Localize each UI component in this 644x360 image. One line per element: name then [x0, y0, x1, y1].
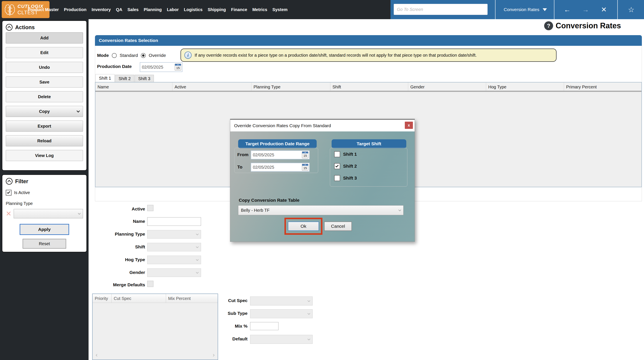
column-header-planning-type[interactable]: Planning Type [251, 82, 330, 91]
chevron-down-icon [308, 299, 310, 302]
undo-button[interactable]: Undo [6, 62, 83, 73]
collapse-chevron-icon[interactable] [5, 23, 13, 31]
column-header-shift[interactable]: Shift [330, 82, 408, 91]
tab-shift-2[interactable]: Shift 2 [115, 75, 134, 82]
goto-screen-input[interactable] [394, 4, 488, 15]
forward-icon[interactable]: → [580, 0, 592, 19]
column-header-gender[interactable]: Gender [408, 82, 486, 91]
date-range-group-header: Target Production Date Range [238, 139, 317, 148]
reset-filter-button[interactable]: Reset [22, 239, 66, 249]
menu-item-shipping[interactable]: Shipping [208, 7, 226, 12]
menu-item-qa[interactable]: QA [116, 7, 122, 12]
help-icon[interactable]: ? [544, 21, 553, 30]
menu-item-planning[interactable]: Planning [144, 7, 162, 12]
mode-label: Mode [97, 53, 109, 58]
dialog-close-button[interactable]: x [405, 122, 413, 129]
shift-2-option[interactable]: Shift 2 [334, 163, 357, 169]
collapse-chevron-icon[interactable] [5, 178, 13, 185]
export-button[interactable]: Export [6, 121, 83, 132]
grid-prev-icon[interactable]: ‹ [96, 352, 98, 358]
name-input[interactable] [147, 217, 201, 226]
topbar-separator [554, 0, 554, 19]
to-date-field[interactable]: 02/05/2025 15 [251, 163, 310, 172]
copy-table-select[interactable]: Belly - Herb TF [238, 205, 404, 215]
actions-panel-title: Actions [15, 24, 35, 30]
shift-1-option[interactable]: Shift 1 [334, 151, 357, 157]
filter-panel: Filter Is Active Planning Type ✕ Apply R… [2, 174, 87, 252]
mix-column-priority[interactable]: Priority [92, 294, 112, 303]
shift-2-label: Shift 2 [343, 164, 357, 169]
screen-selector-value: Conversion Rates [504, 7, 540, 12]
shift-3-option[interactable]: Shift 3 [334, 175, 357, 181]
copy-button[interactable]: Copy [6, 106, 83, 117]
mix-column-cut-spec[interactable]: Cut Spec [112, 294, 166, 303]
column-header-name[interactable]: Name [96, 82, 172, 91]
topbar-right: Conversion Rates ← → ✕ ☆ [390, 0, 644, 19]
page-title: Conversion Rates [556, 21, 621, 30]
is-active-checkbox[interactable] [6, 190, 12, 195]
gender-label: Gender [81, 270, 145, 275]
cut-spec-select [250, 297, 312, 306]
to-label: To [237, 165, 242, 170]
delete-button[interactable]: Delete [6, 91, 83, 102]
clear-filter-icon[interactable]: ✕ [6, 210, 12, 217]
is-active-filter[interactable]: Is Active [6, 190, 83, 195]
mode-standard-radio[interactable] [112, 53, 117, 58]
grid-next-icon[interactable]: › [213, 352, 215, 358]
favorite-star-icon[interactable]: ☆ [625, 0, 637, 19]
shift-3-label: Shift 3 [343, 176, 357, 181]
calendar-icon[interactable]: 15 [175, 64, 181, 70]
shift-1-checkbox[interactable] [334, 151, 340, 157]
override-copy-dialog: Override Conversion Rates Copy From Stan… [230, 119, 415, 242]
edit-button[interactable]: Edit [6, 47, 83, 58]
to-date-value: 02/05/2025 [253, 165, 274, 170]
production-date-value: 02/05/2025 [142, 65, 163, 70]
screen-selector-dropdown[interactable]: Conversion Rates [497, 0, 554, 19]
production-date-label: Production Date [97, 64, 132, 69]
back-icon[interactable]: ← [561, 0, 573, 19]
column-header-hog-type[interactable]: Hog Type [486, 82, 564, 91]
shift-select [147, 243, 201, 251]
column-header-active[interactable]: Active [172, 82, 251, 91]
menu-item-metrics[interactable]: Metrics [252, 7, 267, 12]
from-date-field[interactable]: 02/05/2025 15 [251, 150, 310, 159]
chevron-down-icon [196, 258, 199, 261]
cancel-button[interactable]: Cancel [324, 221, 352, 231]
planning-type-label: Planning Type [81, 231, 145, 237]
ok-button[interactable]: Ok [288, 221, 319, 231]
shift-3-checkbox[interactable] [334, 175, 340, 181]
dialog-title-bar[interactable]: Override Conversion Rates Copy From Stan… [230, 120, 414, 131]
mode-override-radio[interactable] [141, 53, 146, 58]
menu-item-inventory[interactable]: Inventory [92, 7, 111, 12]
close-screen-icon[interactable]: ✕ [598, 0, 610, 19]
planning-type-filter-label: Planning Type [6, 201, 83, 206]
sub-type-select [250, 309, 312, 318]
copy-table-value: Belly - Herb TF [241, 208, 270, 213]
mode-row: Mode Standard Override [97, 51, 166, 60]
apply-filter-button[interactable]: Apply [20, 224, 69, 235]
mix-grid[interactable]: Priority Cut Spec Mix Percent ‹ › [92, 294, 218, 360]
menu-item-labor[interactable]: Labor [167, 7, 179, 12]
menu-item-logistics[interactable]: Logistics [184, 7, 202, 12]
column-header-primary-percent[interactable]: Primary Percent [564, 82, 642, 91]
planning-type-filter-select[interactable] [14, 209, 83, 218]
menu-item-system[interactable]: System [272, 7, 288, 12]
menu-item-finance[interactable]: Finance [231, 7, 247, 12]
menu-item-product-master[interactable]: Product Master [28, 7, 59, 12]
tab-shift-1[interactable]: Shift 1 [96, 74, 114, 82]
reload-button[interactable]: Reload [6, 135, 83, 146]
menu-item-sales[interactable]: Sales [128, 7, 138, 12]
calendar-icon[interactable]: 15 [302, 164, 308, 171]
shift-2-checkbox[interactable] [334, 163, 340, 169]
save-button[interactable]: Save [6, 76, 83, 88]
view-log-button[interactable]: View Log [6, 150, 83, 161]
production-date-field[interactable]: 02/05/2025 15 [140, 62, 182, 72]
calendar-icon[interactable]: 15 [302, 152, 308, 158]
tab-shift-3[interactable]: Shift 3 [135, 75, 154, 82]
chevron-down-icon [543, 8, 547, 11]
default-label: Default [200, 336, 248, 342]
mix-percent-input[interactable] [250, 322, 278, 330]
menu-item-production[interactable]: Production [64, 7, 87, 12]
filter-panel-header: Filter [2, 175, 86, 186]
add-button[interactable]: Add [6, 32, 83, 43]
